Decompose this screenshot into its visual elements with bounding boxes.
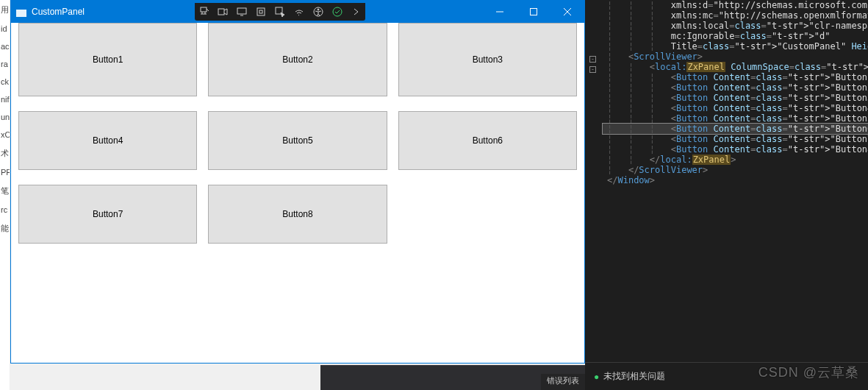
- svg-rect-3: [218, 9, 224, 15]
- svg-rect-6: [259, 10, 262, 13]
- status-ok-icon: ●: [594, 372, 599, 382]
- docked-panel: 错误列表: [320, 365, 585, 390]
- button-5[interactable]: Button5: [208, 111, 387, 170]
- code-line[interactable]: ¦ ¦ ¦ <Button Content=class="t-str">"But…: [603, 82, 868, 93]
- code-line[interactable]: </Window>: [603, 175, 868, 185]
- code-line[interactable]: ¦ ¦ ¦ <Button Content=class="t-str">"But…: [603, 103, 868, 113]
- live-tree-icon[interactable]: [198, 6, 209, 18]
- watermark: CSDN @云草桑: [758, 364, 859, 381]
- select-icon[interactable]: [274, 6, 286, 18]
- code-line[interactable]: ¦ ¦ ¦ xmlns:local=class="t-str">"clr-nam…: [603, 21, 868, 31]
- code-line[interactable]: ¦ </ScrollViewer>: [603, 165, 868, 175]
- code-line[interactable]: ¦ ¦ ¦ mc:Ignorable=class="t-str">"d": [603, 31, 868, 41]
- accessibility-icon[interactable]: [312, 6, 324, 18]
- app-icon: [15, 6, 27, 18]
- sidebar-fragment: 术: [0, 143, 10, 163]
- sidebar-fragment: rc: [0, 201, 10, 219]
- svg-rect-2: [201, 7, 207, 12]
- error-list-tab[interactable]: 错误列表: [541, 374, 585, 390]
- button-label: Button2: [282, 54, 312, 65]
- check-icon[interactable]: [331, 6, 343, 18]
- panel-client-area: Button1Button2Button3Button4Button5Butto…: [11, 23, 584, 363]
- focus-rect-icon[interactable]: [255, 6, 267, 18]
- button-7[interactable]: Button7: [18, 185, 197, 244]
- svg-rect-1: [16, 7, 26, 10]
- app-window: CustomPanel Button1Button2Button3Button4…: [10, 0, 585, 364]
- svg-point-9: [318, 9, 319, 10]
- sidebar-fragment: nif: [0, 91, 10, 108]
- titlebar[interactable]: CustomPanel: [11, 1, 584, 23]
- debug-toolbar: [195, 3, 365, 21]
- video-icon[interactable]: [217, 6, 229, 18]
- window-title: CustomPanel: [32, 7, 85, 17]
- code-line[interactable]: ¦ ¦ ¦ xmlns:d="http://schemas.microsoft.…: [603, 0, 868, 10]
- window-buttons: [483, 1, 584, 23]
- close-button[interactable]: [550, 1, 584, 23]
- sidebar-fragment: xC: [0, 126, 10, 143]
- code-line[interactable]: ¦ ¦ ¦ <Button Content=class="t-str">"But…: [603, 144, 868, 155]
- code-line[interactable]: ¦ ¦ </local:ZxPanel>: [603, 155, 868, 165]
- code-line[interactable]: ¦ ¦ <local:ZxPanel ColumnSpace=class="t-…: [603, 62, 868, 72]
- button-label: Button6: [473, 135, 503, 146]
- code-line[interactable]: ¦ ¦ ¦ <Button Content=class="t-str">"But…: [603, 72, 868, 82]
- button-1[interactable]: Button1: [18, 23, 197, 96]
- button-2[interactable]: Button2: [208, 23, 387, 96]
- minimize-button[interactable]: [483, 1, 517, 23]
- maximize-button[interactable]: [517, 1, 550, 23]
- sidebar-fragment: 用: [0, 0, 10, 20]
- sidebar-fragment: PF: [0, 163, 10, 181]
- wifi-icon[interactable]: [293, 6, 305, 18]
- button-3[interactable]: Button3: [398, 23, 577, 96]
- code-line[interactable]: ¦ ¦ ¦ <Button Content=class="t-str">"But…: [603, 113, 868, 124]
- code-line[interactable]: ¦ ¦ ¦ Title=class="t-str">"CustomPanel" …: [603, 41, 868, 52]
- code-line[interactable]: ¦ ¦ ¦ <Button Content=class="t-str">"But…: [603, 93, 868, 103]
- button-label: Button5: [282, 135, 312, 146]
- xaml-editor[interactable]: - - ¦ ¦ ¦ xmlns:d="http://schemas.micros…: [585, 0, 868, 362]
- button-label: Button4: [93, 135, 123, 146]
- sidebar-fragment: ck: [0, 73, 10, 91]
- svg-rect-5: [257, 8, 265, 15]
- code-line[interactable]: ¦ ¦ ¦ <Button Content=class="t-str">"But…: [603, 134, 868, 144]
- sidebar-fragment: un: [0, 108, 10, 126]
- button-label: Button8: [282, 209, 312, 219]
- code-line[interactable]: ¦ <ScrollViewer>: [603, 52, 868, 62]
- fold-gutter: - -: [585, 0, 603, 362]
- svg-point-10: [333, 7, 342, 16]
- code-line[interactable]: ¦ ¦ ¦ xmlns:mc="http://schemas.openxmlfo…: [603, 10, 868, 21]
- cropped-sidebar: 用idacracknifunxC术PF笔rc能: [0, 0, 10, 390]
- svg-rect-12: [531, 9, 537, 15]
- sidebar-fragment: ac: [0, 38, 10, 55]
- display-icon[interactable]: [236, 6, 248, 18]
- status-text: 未找到相关问题: [603, 370, 665, 383]
- button-6[interactable]: Button6: [398, 111, 577, 170]
- code-line[interactable]: ¦ ¦ ¦ <Button Content=class="t-str">"But…: [603, 124, 868, 134]
- button-4[interactable]: Button4: [18, 111, 197, 170]
- sidebar-fragment: 笔: [0, 181, 10, 201]
- code-area[interactable]: ¦ ¦ ¦ xmlns:d="http://schemas.microsoft.…: [603, 0, 868, 185]
- button-label: Button7: [93, 209, 123, 219]
- sidebar-fragment: ra: [0, 55, 10, 73]
- chevron-icon[interactable]: [351, 6, 362, 18]
- button-8[interactable]: Button8: [208, 185, 387, 244]
- svg-rect-4: [237, 8, 246, 14]
- button-label: Button1: [93, 54, 123, 65]
- button-label: Button3: [473, 54, 503, 65]
- sidebar-fragment: id: [0, 20, 10, 38]
- sidebar-fragment: 能: [0, 219, 10, 238]
